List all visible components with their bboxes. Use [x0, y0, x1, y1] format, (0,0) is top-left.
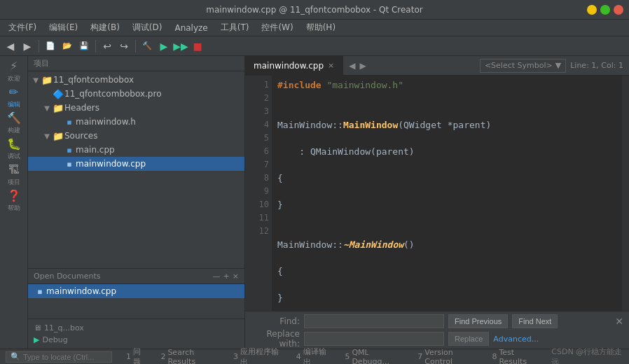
cpp-mw-icon: ▪ [63, 160, 76, 169]
sources-folder-icon: 📁 [52, 131, 64, 141]
projects-label-text: 项目 [34, 58, 49, 69]
open-doc-mainwindow[interactable]: ▪ mainwindow.cpp [28, 284, 244, 298]
app: mainwindow.cpp @ 11_qfontcombobox - Qt C… [0, 0, 629, 364]
replace-btn[interactable]: Replace [448, 332, 489, 346]
advanced-btn[interactable]: Advanced... [493, 335, 539, 344]
tree-arrow-sources: ▼ [42, 132, 52, 140]
file-panel: 项目 ▼ 📁 11_qfontcombobox ▶ 🔷 11_qfontc [28, 56, 245, 349]
bottom-icon-2[interactable]: ▶ Debug [28, 334, 244, 346]
tree-root-label: 11_qfontcombobox [53, 75, 134, 85]
tree-headers-label: Headers [64, 103, 99, 113]
bottom-label-1: 11_q...box [44, 323, 84, 332]
sidebar-edit[interactable]: ✏ 编辑 [1, 85, 27, 110]
toolbar-run[interactable]: ▶ [156, 38, 172, 54]
tree-mainwindow-h[interactable]: ▶ ▪ mainwindow.h [28, 115, 244, 129]
sidebar-project[interactable]: 🏗 项目 [1, 162, 27, 188]
code-line-9: { [277, 265, 616, 278]
tree-arrow-headers: ▼ [42, 104, 52, 112]
sidebar-welcome[interactable]: ⚡ 欢迎 [1, 59, 27, 84]
toolbar-back[interactable]: ◀ [3, 38, 18, 54]
open-documents-panel: Open Documents — + × ▪ mainwindow.cpp [28, 268, 244, 349]
replace-input[interactable] [304, 332, 444, 346]
tree-sources-label: Sources [64, 131, 97, 141]
find-input[interactable] [304, 314, 444, 328]
find-row: Find: Find Previous Find Next ✕ [251, 314, 623, 329]
status-app-output[interactable]: 3 应用程序输出 [230, 349, 285, 364]
find-bar: Find: Find Previous Find Next ✕ Replace … [245, 311, 629, 349]
compile-output-label: 编译输出 [303, 346, 331, 365]
status-qml-debug[interactable]: 5 QML Debugg... [342, 349, 406, 364]
open-docs-expand[interactable]: + [223, 272, 230, 281]
title-bar: mainwindow.cpp @ 11_qfontcombobox - Qt C… [0, 0, 629, 20]
toolbar-redo[interactable]: ↪ [116, 38, 132, 54]
bottom-icon-1[interactable]: 🖥 11_q...box [28, 322, 244, 334]
tab-close-btn[interactable]: × [328, 61, 334, 70]
find-next-btn[interactable]: Find Next [512, 314, 558, 328]
toolbar-stop[interactable]: ■ [190, 38, 205, 54]
sidebar-build-label: 构建 [8, 126, 20, 135]
nav-back[interactable]: ◀ [349, 61, 355, 71]
editor-scrollbar[interactable] [622, 76, 629, 311]
project-folder-icon: 📁 [41, 75, 53, 85]
code-view[interactable]: 1 2 3 4 5 6 7 8 9 10 11 12 #include "mai… [245, 76, 629, 311]
toolbar-undo[interactable]: ↩ [99, 38, 115, 54]
tree-mainwindow-cpp[interactable]: ▶ ▪ mainwindow.cpp [28, 157, 244, 171]
tree-headers-folder[interactable]: ▼ 📁 Headers [28, 101, 244, 115]
menu-controls[interactable]: 控件(W) [256, 20, 298, 35]
menu-edit[interactable]: 编辑(E) [43, 20, 83, 35]
monitor-icon: 🖥 [34, 323, 41, 332]
menu-file[interactable]: 文件(F) [3, 20, 42, 35]
sidebar-debug-icon[interactable]: 🐛 调试 [1, 136, 27, 162]
close-button[interactable] [614, 5, 623, 15]
toolbar-build[interactable]: 🔨 [139, 38, 155, 54]
vc-label: Version Control [424, 348, 478, 365]
edit-icon: ✏ [9, 85, 18, 99]
sidebar-build-icon[interactable]: 🔨 构建 [1, 111, 27, 136]
search-results-label: Search Results [167, 348, 219, 365]
tree-pro-file[interactable]: ▶ 🔷 11_qfontcombobox.pro [28, 87, 244, 101]
toolbar-save[interactable]: 💾 [76, 38, 92, 54]
menu-tools[interactable]: 工具(T) [215, 20, 255, 35]
minimize-button[interactable] [587, 5, 597, 15]
menu-help[interactable]: 帮助(H) [300, 20, 341, 35]
find-previous-btn[interactable]: Find Previous [448, 314, 508, 328]
toolbar-debug-run[interactable]: ▶▶ [173, 38, 188, 54]
toolbar-new[interactable]: 📄 [43, 38, 58, 54]
test-num: 8 [492, 352, 497, 361]
nav-forward[interactable]: ▶ [360, 61, 366, 71]
menu-analyze[interactable]: Analyze [169, 22, 213, 34]
symbol-dropdown[interactable]: <Select Symbol> ▼ [480, 59, 566, 73]
tree-mwh-label: mainwindow.h [76, 117, 136, 127]
find-close-btn[interactable]: ✕ [615, 316, 623, 327]
toolbar-sep1 [39, 40, 39, 52]
tree-root[interactable]: ▼ 📁 11_qfontcombobox [28, 73, 244, 87]
tree-sources-folder[interactable]: ▼ 📁 Sources [28, 129, 244, 143]
code-content[interactable]: #include "mainwindow.h" MainWindow::Main… [272, 76, 622, 311]
tab-mainwindow-cpp[interactable]: mainwindow.cpp × [245, 56, 343, 76]
toolbar-open[interactable]: 📂 [60, 38, 75, 54]
tree-arrow-root: ▼ [31, 76, 41, 84]
status-search-input[interactable] [23, 353, 107, 361]
status-bar: 🔍 1 问题 2 Search Results 3 应用程序输出 4 编译输出 … [0, 349, 629, 364]
qml-debug-label: QML Debugg... [352, 348, 403, 365]
maximize-button[interactable] [600, 5, 610, 15]
toolbar-forward[interactable]: ▶ [20, 38, 35, 54]
status-version-control[interactable]: 7 Version Control [415, 349, 481, 364]
code-line-10: } [277, 291, 616, 304]
status-problems[interactable]: 1 问题 [123, 349, 149, 364]
open-docs-collapse[interactable]: — [213, 272, 221, 281]
menu-debug[interactable]: 调试(D) [127, 20, 168, 35]
open-docs-actions: — + × [213, 272, 239, 281]
menu-build[interactable]: 构建(B) [85, 20, 125, 35]
status-test-results[interactable]: 8 Test Results [489, 349, 543, 364]
sidebar-edit-label: 编辑 [8, 100, 20, 109]
sidebar-help[interactable]: ❓ 帮助 [1, 188, 27, 214]
tree-main-cpp[interactable]: ▶ ▪ main.cpp [28, 143, 244, 157]
status-search-results[interactable]: 2 Search Results [158, 349, 222, 364]
status-compile-output[interactable]: 4 编译输出 [293, 349, 334, 364]
code-line-1: #include "mainwindow.h" [277, 78, 616, 92]
open-doc-icon: ▪ [34, 287, 46, 296]
search-icon: 🔍 [11, 352, 20, 361]
open-docs-title: Open Documents [34, 272, 101, 281]
open-docs-close[interactable]: × [233, 272, 239, 281]
